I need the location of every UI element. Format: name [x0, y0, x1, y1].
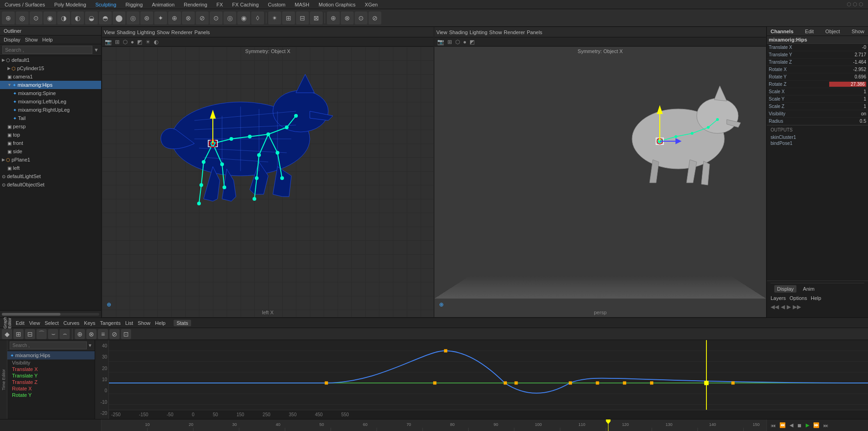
vr-show[interactable]: Show [489, 30, 502, 35]
ge-help[interactable]: Help [155, 320, 166, 326]
sculpt2-tool[interactable]: ◐ [71, 12, 84, 24]
menu-xgen[interactable]: XGen [360, 2, 382, 7]
transport-skip-back[interactable]: ⏮ [771, 423, 776, 428]
sculpt11-tool[interactable]: ⊘ [196, 12, 209, 24]
vr-lighting[interactable]: Lighting [470, 30, 488, 35]
vt-texture[interactable]: ◩ [136, 39, 143, 45]
ge-rotatey-curve[interactable]: Rotate Y [7, 392, 95, 398]
vl-lighting[interactable]: Lighting [137, 30, 155, 35]
channel-scale-y[interactable]: Scale Y 1 [767, 96, 868, 103]
tree-item-leftupleg[interactable]: ✦ mixamorig:LeftUpLeg [0, 97, 101, 106]
vt-wireframe[interactable]: ⬡ [122, 39, 128, 45]
tree-item-left[interactable]: ▣ left [0, 164, 101, 172]
timeline-ticks[interactable]: 10 20 30 40 50 60 70 80 90 100 110 120 1… [102, 419, 766, 431]
channel-radius[interactable]: Radius 0.5 [767, 118, 868, 125]
channel-scale-x[interactable]: Scale X 1 [767, 88, 868, 96]
brush-tool[interactable]: ⊙ [30, 12, 42, 24]
grid-tool[interactable]: ⊞ [282, 12, 295, 24]
vt-smooth[interactable]: ● [130, 39, 135, 45]
outliner-display[interactable]: Display [4, 37, 20, 42]
outliner-scroll-bar[interactable] [0, 310, 101, 317]
sculpt9-tool[interactable]: ⊕ [168, 12, 181, 24]
ge-curves[interactable]: Curves [63, 320, 79, 326]
transport-play[interactable]: ▶ [806, 422, 809, 428]
output-skincluster[interactable]: skinCluster1 [771, 134, 864, 140]
ge-show[interactable]: Show [138, 320, 151, 326]
cluster-tool[interactable]: ⊘ [368, 12, 381, 24]
vt-grid[interactable]: ⊞ [114, 39, 121, 45]
sculpt10-tool[interactable]: ⊗ [182, 12, 195, 24]
lasso-tool[interactable]: ◎ [16, 12, 29, 24]
outliner-search-input[interactable] [2, 46, 92, 54]
vr-renderer[interactable]: Renderer [504, 30, 525, 35]
sculpt3-tool[interactable]: ◒ [85, 12, 98, 24]
options-item[interactable]: Options [790, 295, 807, 301]
ge-buffer-icon[interactable]: ⊘ [109, 329, 120, 339]
transport-skip-forward[interactable]: ⏭ [823, 423, 828, 428]
tree-item-persp[interactable]: ▣ persp [0, 122, 101, 131]
tree-item-default1[interactable]: ▶ ⬡ default1 [0, 56, 101, 64]
sculpt12-tool[interactable]: ⊙ [210, 12, 223, 24]
tree-item-top[interactable]: ▣ top [0, 131, 101, 139]
tree-item-front[interactable]: ▣ front [0, 139, 101, 147]
vr-view[interactable]: View [436, 30, 447, 35]
ge-tangent3-icon[interactable]: ⌢ [60, 329, 70, 339]
channel-rotate-y[interactable]: Rotate Y 0.696 [767, 73, 868, 81]
vl-shading[interactable]: Shading [117, 30, 135, 35]
transport-play-forward[interactable]: ⏩ [813, 422, 820, 428]
menu-poly-modeling[interactable]: Poly Modeling [49, 2, 90, 7]
vr-grid-icon[interactable]: ⊞ [446, 39, 453, 45]
graph-node-hips[interactable]: ✦ mixamorig:Hips [7, 351, 95, 359]
sculpt8-tool[interactable]: ✦ [154, 12, 167, 24]
ge-translatez-curve[interactable]: Translate Z [7, 379, 95, 385]
ge-remove-icon[interactable]: ⊟ [25, 329, 35, 339]
ge-tangent2-icon[interactable]: ⌣ [48, 329, 58, 339]
tree-item-defaultobjectset[interactable]: ⊙ defaultObjectSet [0, 180, 101, 189]
tree-item-tail[interactable]: ✦ Tail [0, 114, 101, 122]
sculpt4-tool[interactable]: ◓ [99, 12, 112, 24]
tree-item-spine[interactable]: ✦ mixamorig:Spine [0, 89, 101, 97]
menu-animation[interactable]: Animation [147, 2, 179, 7]
ge-translatey-curve[interactable]: Translate Y [7, 372, 95, 379]
sculpt15-tool[interactable]: ◊ [251, 12, 264, 24]
tree-item-defaultlightset[interactable]: ⊙ defaultLightSet [0, 172, 101, 180]
menu-fx-caching[interactable]: FX Caching [228, 2, 263, 7]
outliner-help[interactable]: Help [42, 37, 53, 42]
sculpt1-tool[interactable]: ◑ [57, 12, 70, 24]
ge-insert-icon[interactable]: ⊞ [13, 329, 24, 339]
ge-edit[interactable]: Edit [16, 320, 24, 326]
output-bindpose[interactable]: bindPose1 [771, 140, 864, 146]
outliner-show[interactable]: Show [25, 37, 38, 42]
ge-view[interactable]: View [29, 320, 40, 326]
tree-item-hips[interactable]: ▼ ✦ mixamorig:Hips [0, 81, 101, 89]
viewport-left-content[interactable]: Symmetry: Object X [102, 47, 434, 317]
channel-translate-y[interactable]: Translate Y 2.717 [767, 51, 868, 59]
vl-renderer[interactable]: Renderer [171, 30, 193, 35]
channels-show[interactable]: Show [851, 29, 864, 34]
sculpt14-tool[interactable]: ◉ [237, 12, 250, 24]
menu-motion-graphics[interactable]: Motion Graphics [314, 2, 360, 7]
display-tab[interactable]: Display [774, 285, 796, 293]
layer-prev[interactable]: ◀◀ [771, 304, 779, 310]
viewport-right-content[interactable]: Symmetry: Object X [434, 47, 766, 317]
transport-step-back[interactable]: ⏪ [779, 422, 786, 428]
channel-translate-x[interactable]: Translate X -0 [767, 44, 868, 51]
ge-stats[interactable]: Stats [174, 320, 191, 326]
menu-rendering[interactable]: Rendering [179, 2, 212, 7]
channel-rotate-x[interactable]: Rotate X -2.952 [767, 66, 868, 73]
mirror-tool[interactable]: ⊟ [296, 12, 309, 24]
tree-item-rightupleg[interactable]: ✦ mixamorig:RightUpLeg [0, 106, 101, 114]
ge-translatex-curve[interactable]: Translate X [7, 366, 95, 372]
graph-search-input[interactable] [10, 341, 87, 349]
ge-visibility-curve[interactable]: Visibility [7, 359, 95, 366]
menu-custom[interactable]: Custom [263, 2, 290, 7]
sculpt6-tool[interactable]: ◎ [127, 12, 139, 24]
snap-tool[interactable]: ⊠ [310, 12, 323, 24]
tree-item-pplane1[interactable]: ▶ ⬡ pPlane1 [0, 156, 101, 164]
channel-visibility[interactable]: Visibility on [767, 110, 868, 118]
ge-tangents[interactable]: Tangents [100, 320, 121, 326]
symmetry-tool[interactable]: ✴ [268, 12, 281, 24]
layer-forward[interactable]: ▶ [787, 304, 791, 310]
vr-camera-icon[interactable]: 📷 [436, 39, 445, 45]
menu-rigging[interactable]: Rigging [121, 2, 147, 7]
